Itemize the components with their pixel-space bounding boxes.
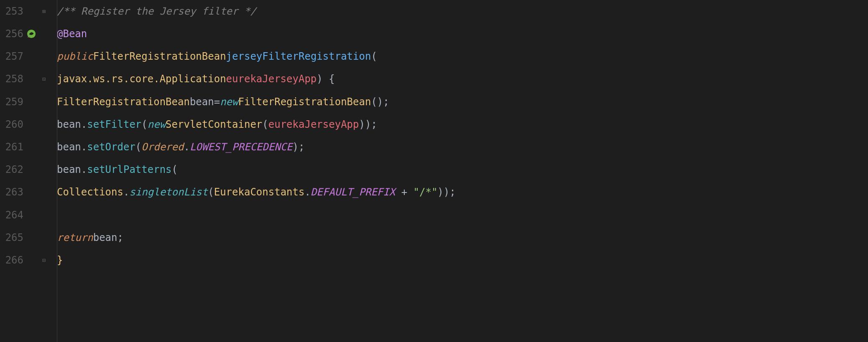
code-line[interactable] — [57, 204, 868, 226]
gutter-row: 265 — [0, 226, 50, 249]
line-number: 257 — [0, 48, 25, 64]
var-type: FilterRegistrationBean — [57, 94, 190, 110]
line-number: 264 — [0, 207, 25, 223]
gutter-row: 262 — [0, 158, 50, 181]
fold-slot[interactable]: ⊞ — [38, 7, 50, 16]
fold-collapse-icon[interactable]: ⊟ — [42, 256, 46, 265]
code-editor: 253 ⊞ 256 257 258 ⊟ 259 — [0, 0, 868, 342]
code-line[interactable]: return bean; — [57, 226, 868, 249]
string-literal: "/*" — [414, 184, 438, 200]
gutter-row: 263 — [0, 181, 50, 204]
indent-guide — [57, 0, 57, 342]
param-type: javax.ws.rs.core.Application — [57, 71, 226, 87]
method-call: setOrder — [87, 139, 135, 155]
var-ref: bean — [93, 230, 117, 246]
param-name: eurekaJerseyApp — [226, 71, 317, 87]
equals: = — [214, 94, 220, 110]
tail: (); — [371, 94, 389, 110]
var-name: bean — [190, 94, 214, 110]
code-line[interactable]: bean.setUrlPatterns( — [57, 158, 868, 181]
gutter-row: 258 ⊟ — [0, 68, 50, 91]
closing-brace: } — [57, 252, 63, 268]
code-line[interactable]: Collections.singletonList(EurekaConstant… — [57, 181, 868, 204]
fold-collapse-icon[interactable]: ⊟ — [42, 74, 46, 84]
gutter-row: 260 — [0, 113, 50, 136]
line-number: 256 — [0, 26, 25, 42]
code-line[interactable]: bean.setFilter(new ServletContainer(eure… — [57, 113, 868, 136]
fold-expand-icon[interactable]: ⊞ — [42, 7, 46, 16]
fold-slot[interactable]: ⊟ — [38, 256, 50, 265]
doc-comment: /** Register the Jersey filter */ — [57, 3, 256, 19]
code-line[interactable]: /** Register the Jersey filter */ — [57, 0, 868, 23]
constructor: FilterRegistrationBean — [238, 94, 371, 110]
code-line[interactable]: javax.ws.rs.core.Application eurekaJerse… — [57, 68, 868, 91]
code-line[interactable]: } — [57, 249, 868, 271]
code-line[interactable]: @Bean — [57, 23, 868, 45]
annotation: @Bean — [57, 26, 87, 42]
constructor: ServletContainer — [166, 117, 262, 132]
class-ref: EurekaConstants — [214, 184, 305, 200]
paren-open: ( — [371, 48, 377, 64]
gutter-row: 259 — [0, 91, 50, 113]
line-number: 259 — [0, 94, 25, 110]
code-area[interactable]: /** Register the Jersey filter */ @Bean … — [54, 0, 868, 342]
gutter-row: 266 ⊟ — [0, 249, 50, 271]
keyword-public: public — [57, 48, 93, 64]
class-ref: Ordered — [141, 139, 184, 155]
line-number: 262 — [0, 162, 25, 177]
gutter-row: 257 — [0, 45, 50, 68]
gutter-icon-slot[interactable] — [25, 29, 38, 38]
var-ref: bean — [57, 139, 81, 155]
code-line[interactable]: FilterRegistrationBean bean = new Filter… — [57, 91, 868, 113]
static-field: DEFAULT_PREFIX — [311, 184, 395, 200]
method-call: setFilter — [87, 117, 141, 132]
code-line[interactable]: public FilterRegistrationBean jerseyFilt… — [57, 45, 868, 68]
line-number: 261 — [0, 139, 25, 155]
method-call: setUrlPatterns — [87, 162, 171, 177]
keyword-new: new — [148, 117, 166, 132]
var-ref: bean — [57, 162, 81, 177]
gutter: 253 ⊞ 256 257 258 ⊟ 259 — [0, 0, 54, 342]
line-number: 260 — [0, 117, 25, 132]
code-line[interactable]: bean.setOrder(Ordered.LOWEST_PRECEDENCE)… — [57, 136, 868, 158]
method-name: jerseyFilterRegistration — [226, 48, 371, 64]
var-ref: bean — [57, 117, 81, 132]
gutter-row: 256 — [0, 23, 50, 45]
line-number: 265 — [0, 230, 25, 246]
line-number: 266 — [0, 252, 25, 268]
keyword-new: new — [220, 94, 238, 110]
paren-close-brace: ) { — [317, 71, 334, 87]
gutter-row: 261 — [0, 136, 50, 158]
argument: eurekaJerseyApp — [268, 117, 359, 132]
line-number: 263 — [0, 184, 25, 200]
gutter-row: 264 — [0, 204, 50, 226]
gutter-row: 253 ⊞ — [0, 0, 50, 23]
class-ref: Collections — [57, 184, 123, 200]
fold-slot[interactable]: ⊟ — [38, 74, 50, 84]
return-type: FilterRegistrationBean — [93, 48, 226, 64]
static-method: singletonList — [129, 184, 208, 200]
line-number: 258 — [0, 71, 25, 87]
spring-bean-icon[interactable] — [27, 29, 36, 38]
line-number: 253 — [0, 3, 25, 19]
keyword-return: return — [57, 230, 93, 246]
static-field: LOWEST_PRECEDENCE — [190, 139, 293, 155]
